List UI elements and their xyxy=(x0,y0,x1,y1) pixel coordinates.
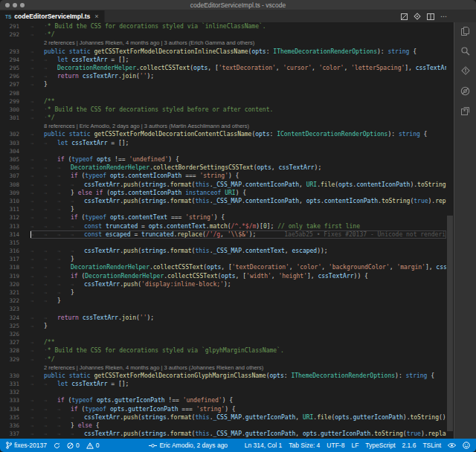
tab-whitespace-arrow: → xyxy=(44,223,57,230)
zoom-window-button[interactable] xyxy=(20,3,25,7)
tab-whitespace-arrow: → xyxy=(44,397,57,404)
tab-whitespace-arrow: → xyxy=(30,56,44,64)
line-number: 294 xyxy=(0,56,30,64)
eye-icon[interactable] xyxy=(448,442,456,448)
tab-whitespace-arrow: → xyxy=(30,156,44,164)
code-line: 303→→let cssTextArr = []; xyxy=(0,139,446,147)
line-number: 296 xyxy=(0,72,30,80)
encoding-indicator[interactable]: UTF-8 xyxy=(327,442,344,449)
tab-whitespace-arrow: → xyxy=(30,48,44,56)
tab-whitespace-arrow: → xyxy=(44,422,57,430)
extensions-icon[interactable] xyxy=(460,106,471,117)
tab-whitespace-arrow: → xyxy=(44,65,57,72)
search-icon[interactable] xyxy=(460,45,471,56)
line-number: 327 xyxy=(0,338,30,346)
code-line: 311→→→} xyxy=(0,205,446,213)
tab-close-icon[interactable]: × xyxy=(94,13,98,20)
errors-item[interactable]: 0 xyxy=(67,442,80,449)
tab-whitespace-arrow: → xyxy=(30,289,44,297)
tab-whitespace-arrow: → xyxy=(30,106,44,114)
tab-size-indicator[interactable]: Tab Size: 4 xyxy=(289,442,320,449)
tab-label: codeEditorServiceImpl.ts xyxy=(14,13,90,20)
tab-whitespace-arrow: → xyxy=(30,73,44,80)
code-line: 315 xyxy=(0,239,446,247)
tab-whitespace-arrow: → xyxy=(44,297,57,305)
status-bar: fixes-20137 0 0 Eric Amodio, 2 days ago … xyxy=(0,439,476,452)
error-count: 0 xyxy=(76,442,80,449)
codelens-references[interactable]: 2 references | Johannes Rieken, 4 months… xyxy=(30,39,254,47)
codelens-references[interactable]: 8 references | Eric Amodio, 2 days ago |… xyxy=(30,122,249,130)
line-number: 333 xyxy=(0,396,30,404)
debug-icon[interactable] xyxy=(460,85,471,97)
tab-whitespace-arrow: → xyxy=(44,264,57,271)
code-line: 291→·* Build the CSS for decorations sty… xyxy=(0,22,446,30)
code-line: 309→→→} else if (opts.contentIconPath in… xyxy=(0,189,446,197)
tab-whitespace-arrow: → xyxy=(44,198,57,205)
tslint-indicator[interactable]: TSLint xyxy=(422,442,441,449)
code-line: 300→·* Build the CSS for decorations sty… xyxy=(0,106,446,114)
tab-whitespace-arrow: → xyxy=(71,281,84,288)
split-editor-icon[interactable] xyxy=(427,13,434,20)
code-line: 305→→if (typeof opts !== 'undefined') { xyxy=(0,155,446,164)
tab-whitespace-arrow: → xyxy=(57,214,71,222)
close-window-button[interactable] xyxy=(5,3,10,7)
ts-version-indicator[interactable]: 2.1.6 xyxy=(402,442,416,449)
codelens-references[interactable]: 2 references | Johannes Rieken, 4 months… xyxy=(30,364,263,372)
line-number: 320 xyxy=(0,280,30,288)
line-number: 291 xyxy=(0,22,30,30)
scrollbar-thumb[interactable] xyxy=(447,216,453,431)
line-number: 321 xyxy=(0,288,30,297)
code-line: 334→→→if (typeof opts.gutterIconPath ===… xyxy=(0,405,446,413)
line-number: 293 xyxy=(0,48,30,56)
gitlens-blame-item[interactable]: Eric Amodio, 2 days ago xyxy=(149,442,228,449)
eol-indicator[interactable]: LF xyxy=(351,442,358,449)
tab-whitespace-arrow: → xyxy=(44,56,57,64)
line-col-indicator[interactable]: Ln 314, Col 1 xyxy=(245,442,283,449)
warnings-item[interactable]: 0 xyxy=(86,442,100,449)
tab-codeeditorserviceimpl[interactable]: TS codeEditorServiceImpl.ts × xyxy=(0,10,105,22)
status-bar-right: Ln 314, Col 1 Tab Size: 4 UTF-8 LF TypeS… xyxy=(245,442,470,449)
tab-whitespace-arrow: → xyxy=(57,281,71,288)
tab-whitespace-arrow: → xyxy=(30,223,44,230)
line-number: 301 xyxy=(0,114,30,122)
tab-whitespace-arrow: → xyxy=(44,172,57,180)
sync-button[interactable] xyxy=(54,442,60,449)
tab-whitespace-arrow: → xyxy=(44,206,57,213)
line-number: 336 xyxy=(0,422,30,430)
line-number: 317 xyxy=(0,255,30,263)
code-line: 326 xyxy=(0,330,446,338)
line-number: 305 xyxy=(0,155,30,164)
gitlens-icon[interactable] xyxy=(414,13,421,20)
line-number: 295 xyxy=(0,64,30,72)
tab-whitespace-arrow: → xyxy=(30,140,44,147)
code-line: 293→public static getCSSTextForModelDeco… xyxy=(0,48,446,56)
language-indicator[interactable]: TypeScript xyxy=(365,442,395,449)
tab-bar: TS codeEditorServiceImpl.ts × ⋯ xyxy=(0,10,476,22)
warning-icon xyxy=(86,442,94,449)
tab-whitespace-arrow: → xyxy=(44,289,57,297)
code-line: 324→→return cssTextArr.join(''); xyxy=(0,314,446,322)
line-number: 292 xyxy=(0,30,30,39)
activity-bar xyxy=(454,22,476,439)
source-control-icon[interactable] xyxy=(460,65,471,77)
line-number: 330 xyxy=(0,372,30,380)
tab-whitespace-arrow: → xyxy=(57,406,71,413)
explorer-icon[interactable] xyxy=(460,25,471,36)
line-number xyxy=(0,39,30,47)
minimize-window-button[interactable] xyxy=(13,3,17,7)
code-editor[interactable]: 291→·* Build the CSS for decorations sty… xyxy=(0,22,446,439)
line-number: 306 xyxy=(0,164,30,172)
tab-whitespace-arrow: → xyxy=(30,339,44,346)
tab-whitespace-arrow: → xyxy=(71,414,84,422)
code-line: 318→→→DecorationRenderHelper.collectCSST… xyxy=(0,263,446,271)
editor-scrollbar[interactable] xyxy=(446,22,454,439)
code-line: 298 xyxy=(0,89,446,97)
open-changes-icon[interactable] xyxy=(401,13,408,20)
line-number: 318 xyxy=(0,263,30,271)
git-branch-item[interactable]: fixes-20137 xyxy=(6,442,47,449)
feedback-smiley-icon[interactable] xyxy=(463,442,470,449)
tab-whitespace-arrow: → xyxy=(30,198,44,205)
code-line: 320→→→→cssTextArr.push('display:inline-b… xyxy=(0,280,446,288)
more-actions-icon[interactable]: ⋯ xyxy=(440,14,448,19)
tab-whitespace-arrow: → xyxy=(57,273,71,280)
